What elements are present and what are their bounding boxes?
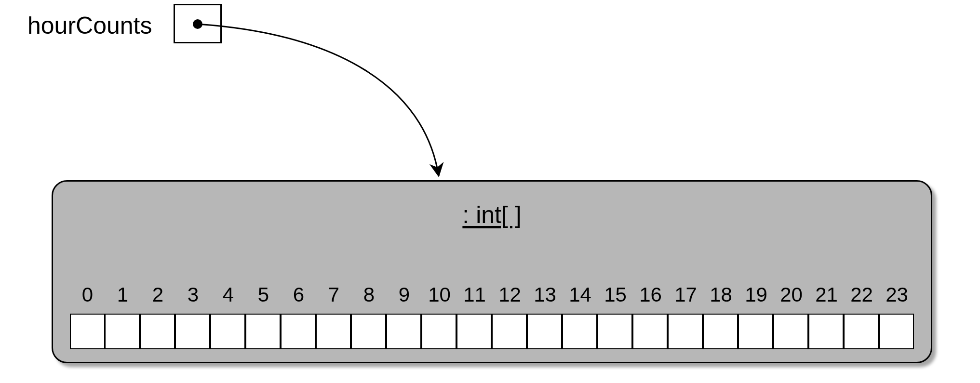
array-cell-box	[527, 314, 562, 349]
array-cell-box	[703, 314, 738, 349]
array-cell: 9	[387, 283, 422, 349]
array-cell-box	[70, 314, 105, 349]
array-cell-box	[351, 314, 386, 349]
array-cell-box	[281, 314, 316, 349]
array-index-label: 10	[428, 283, 451, 307]
array-index-label: 21	[815, 283, 838, 307]
array-cell-box	[773, 314, 808, 349]
array-cell-box	[105, 314, 140, 349]
array-index-label: 22	[850, 283, 873, 307]
array-cell: 7	[316, 283, 351, 349]
array-cell-box	[386, 314, 421, 349]
array-cell-box	[245, 314, 281, 349]
array-index-label: 7	[328, 283, 339, 307]
array-cell: 1	[105, 283, 140, 349]
array-cell-box	[140, 314, 175, 349]
array-cell: 4	[211, 283, 246, 349]
array-cell: 0	[70, 283, 105, 349]
array-index-label: 16	[639, 283, 662, 307]
array-cell-box	[668, 314, 703, 349]
array-cell-box	[210, 314, 245, 349]
array-cell: 5	[246, 283, 281, 349]
array-index-label: 2	[152, 283, 163, 307]
array-cell: 13	[527, 283, 563, 349]
array-index-label: 17	[674, 283, 697, 307]
array-cell: 17	[668, 283, 703, 349]
array-cell: 6	[281, 283, 316, 349]
array-cell-box	[844, 314, 879, 349]
array-cell: 22	[844, 283, 879, 349]
array-cell: 12	[492, 283, 527, 349]
array-object-box: : int[ ] 0123456789101112131415161718192…	[52, 180, 932, 363]
array-cell: 19	[738, 283, 774, 349]
array-cell-box	[632, 314, 668, 349]
array-cell: 16	[633, 283, 668, 349]
array-cell: 11	[457, 283, 492, 349]
array-cell-box	[597, 314, 632, 349]
array-index-label: 1	[117, 283, 128, 307]
array-index-label: 9	[399, 283, 410, 307]
array-index-label: 13	[534, 283, 556, 307]
array-cell-box	[421, 314, 456, 349]
array-cell: 15	[598, 283, 633, 349]
array-index-label: 0	[82, 283, 93, 307]
array-cell: 23	[879, 283, 914, 349]
array-index-label: 15	[604, 283, 627, 307]
array-cell: 21	[809, 283, 844, 349]
reference-dot-icon	[193, 19, 202, 29]
array-index-label: 5	[258, 283, 269, 307]
array-cell: 18	[703, 283, 738, 349]
array-index-label: 12	[498, 283, 521, 307]
array-cell: 20	[774, 283, 809, 349]
array-cell-box	[175, 314, 210, 349]
array-index-label: 11	[463, 283, 486, 307]
variable-name-label: hourCounts	[27, 12, 152, 40]
array-cell-box	[808, 314, 844, 349]
array-cell: 8	[351, 283, 387, 349]
array-cell: 14	[563, 283, 598, 349]
array-cell-box	[316, 314, 351, 349]
array-index-label: 14	[569, 283, 591, 307]
array-index-label: 3	[188, 283, 199, 307]
array-index-label: 20	[780, 283, 803, 307]
array-cells-row: 01234567891011121314151617181920212223	[70, 283, 914, 349]
array-cell: 10	[422, 283, 457, 349]
array-cell-box	[492, 314, 527, 349]
diagram-canvas: hourCounts : int[ ] 01234567891011121314…	[0, 0, 980, 383]
array-cell-box	[456, 314, 492, 349]
object-type-label: : int[ ]	[462, 201, 521, 229]
array-cell-box	[562, 314, 597, 349]
array-index-label: 8	[363, 283, 375, 307]
array-cell: 2	[140, 283, 175, 349]
array-cell-box	[738, 314, 773, 349]
array-cell-box	[879, 314, 914, 349]
array-index-label: 18	[710, 283, 732, 307]
array-index-label: 6	[293, 283, 304, 307]
array-index-label: 19	[745, 283, 767, 307]
array-cell: 3	[175, 283, 211, 349]
array-index-label: 23	[886, 283, 908, 307]
array-index-label: 4	[223, 283, 234, 307]
